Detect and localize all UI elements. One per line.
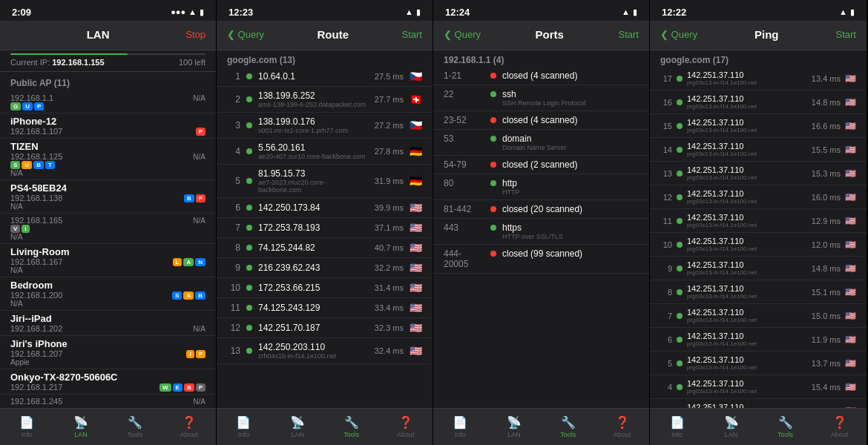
ping-row[interactable]: 7 142.251.37.110prg03x13-in-f14.1e100.ne… bbox=[650, 304, 867, 328]
about-icon: ❓ bbox=[182, 415, 197, 429]
tab-about[interactable]: ❓ About bbox=[378, 415, 433, 438]
nav-action-ping[interactable]: Start bbox=[836, 29, 856, 40]
tab-info[interactable]: 📄 Info bbox=[217, 415, 271, 438]
device-row[interactable]: Living-Room 192.168.1.167 LAN N/A bbox=[0, 244, 216, 277]
ping-row[interactable]: 11 142.251.37.110prg03x13-in-f14.1e100.n… bbox=[650, 209, 867, 233]
tab-about[interactable]: ❓ About bbox=[812, 415, 867, 438]
ping-row[interactable]: 8 142.251.37.110prg03x13-in-f14.1e100.ne… bbox=[650, 280, 867, 304]
nav-back-route[interactable]: ❮ Query bbox=[227, 29, 264, 40]
route-row[interactable]: 2 138.199.6.252 ams-138-199-6-252.datapa… bbox=[217, 87, 433, 113]
nav-action-lan[interactable]: Stop bbox=[185, 29, 206, 40]
tab-info[interactable]: 📄 Info bbox=[0, 415, 54, 438]
ping-row[interactable]: 17 142.251.37.110prg03x13-in-f14.1e100.n… bbox=[650, 67, 867, 90]
device-row[interactable]: 192.168.1.1N/A GUP bbox=[0, 91, 216, 113]
ping-row[interactable]: 15 142.251.37.110prg03x13-in-f14.1e100.n… bbox=[650, 114, 867, 138]
route-row[interactable]: 10 172.253.66.215 31.4 ms 🇺🇸 bbox=[217, 278, 433, 298]
device-row[interactable]: Onkyo-TX-8270-50606C 192.168.1.217 WEBP bbox=[0, 369, 216, 395]
panel-route: 12:23 ▲ ▮ ❮ Query Route Start google.com… bbox=[217, 0, 433, 445]
port-row[interactable]: 23-52 closed (4 scanned) bbox=[433, 111, 649, 130]
tab-lan[interactable]: 📡 LAN bbox=[704, 415, 758, 438]
device-row[interactable]: PS4-58EB24 192.168.1.138 BP N/A bbox=[0, 180, 216, 214]
route-row[interactable]: 9 216.239.62.243 32.2 ms 🇺🇸 bbox=[217, 258, 433, 278]
ping-row[interactable]: 3 142.251.37.110prg03x13-in-f14.1e100.ne… bbox=[650, 399, 867, 408]
device-ip: 192.168.1.207 bbox=[10, 349, 62, 358]
ping-num: 4 bbox=[660, 383, 672, 392]
signal-icon: ▲ bbox=[622, 7, 630, 16]
port-range: 22 bbox=[444, 89, 484, 99]
route-flag: 🇺🇸 bbox=[410, 202, 422, 214]
route-row[interactable]: 8 74.125.244.82 40.7 ms 🇺🇸 bbox=[217, 238, 433, 258]
route-row[interactable]: 6 142.250.173.84 39.9 ms 🇺🇸 bbox=[217, 198, 433, 218]
port-row[interactable]: 1-21 closed (4 scanned) bbox=[433, 67, 649, 85]
device-row[interactable]: 192.168.1.165N/A VI N/A bbox=[0, 214, 216, 244]
port-row[interactable]: 443 https HTTP over SSL/TLS bbox=[433, 219, 649, 245]
device-row[interactable]: 192.168.1.245N/A bbox=[0, 395, 216, 408]
ping-row[interactable]: 16 142.251.37.110prg03x13-in-f14.1e100.n… bbox=[650, 90, 867, 114]
status-time-route: 12:23 bbox=[228, 7, 253, 18]
device-row[interactable]: iPhone-12 192.168.1.107 P bbox=[0, 113, 216, 139]
route-info: 142.250.173.84 bbox=[258, 202, 369, 213]
tab-tools[interactable]: 🔧 Tools bbox=[542, 415, 596, 438]
port-row[interactable]: 80 http HTTP bbox=[433, 174, 649, 200]
route-time: 39.9 ms bbox=[375, 203, 404, 212]
nav-back-ping[interactable]: ❮ Query bbox=[660, 29, 697, 40]
port-range: 443 bbox=[444, 222, 484, 233]
route-row[interactable]: 3 138.199.0.176 v001.mr-tx1-core-1.prh77… bbox=[217, 113, 433, 139]
route-num: 2 bbox=[227, 94, 240, 105]
ping-flag: 🇺🇸 bbox=[845, 358, 856, 369]
ping-ip: 142.251.37.110prg03x13-in-f14.1e100.net bbox=[687, 260, 807, 276]
ping-num: 10 bbox=[660, 240, 672, 249]
ping-row[interactable]: 12 142.251.37.110prg03x13-in-f14.1e100.n… bbox=[650, 185, 867, 209]
tab-lan[interactable]: 📡 LAN bbox=[487, 415, 542, 438]
device-row[interactable]: Jiri--iPad 192.168.1.202N/A bbox=[0, 311, 216, 336]
device-row[interactable]: Jiri's iPhone 192.168.1.207 IP Apple bbox=[0, 336, 216, 369]
port-info: closed (4 scanned) bbox=[502, 70, 639, 81]
panel-ping: 12:22 ▲ ▮ ❮ Query Ping Start google.com … bbox=[650, 0, 867, 445]
route-row[interactable]: 12 142.251.70.187 32.3 ms 🇺🇸 bbox=[217, 318, 433, 338]
status-time-ping: 12:22 bbox=[662, 7, 686, 18]
tab-lan[interactable]: 📡 LAN bbox=[54, 415, 108, 438]
tab-about[interactable]: ❓ About bbox=[162, 415, 216, 438]
ping-row[interactable]: 5 142.251.37.110prg03x13-in-f14.1e100.ne… bbox=[650, 352, 867, 375]
port-row[interactable]: 444-20005 closed (99 scanned) bbox=[433, 245, 649, 274]
port-row[interactable]: 53 domain Domain Name Server bbox=[433, 130, 649, 156]
tab-about-label: About bbox=[180, 431, 198, 438]
ping-num: 16 bbox=[660, 98, 672, 107]
port-row[interactable]: 22 ssh SSH Remote Login Protocol bbox=[433, 85, 649, 111]
ping-dot bbox=[677, 76, 683, 82]
tab-info[interactable]: 📄 Info bbox=[433, 415, 487, 438]
ping-row[interactable]: 4 142.251.37.110prg03x13-in-f14.1e100.ne… bbox=[650, 375, 867, 399]
route-row[interactable]: 4 5.56.20.161 ae20-407.zur10.core-backbo… bbox=[217, 139, 433, 165]
nav-action-route[interactable]: Start bbox=[402, 29, 422, 40]
ping-row[interactable]: 13 142.251.37.110prg03x13-in-f14.1e100.n… bbox=[650, 162, 867, 185]
device-ip: 192.168.1.1 bbox=[10, 93, 53, 102]
route-row[interactable]: 7 172.253.78.193 37.1 ms 🇺🇸 bbox=[217, 218, 433, 238]
route-info: 142.250.203.110 zrh04x1b-in-f14.1e100.ne… bbox=[258, 342, 369, 360]
tab-tools[interactable]: 🔧 Tools bbox=[325, 415, 379, 438]
device-row[interactable]: Bedroom 192.168.1.200 SAB N/A bbox=[0, 277, 216, 311]
port-row[interactable]: 81-442 closed (20 scanned) bbox=[433, 200, 649, 219]
device-name: TIZEN bbox=[10, 141, 206, 152]
tab-tools[interactable]: 🔧 Tools bbox=[758, 415, 812, 438]
ping-row[interactable]: 9 142.251.37.110prg03x13-in-f14.1e100.ne… bbox=[650, 257, 867, 280]
tab-lan[interactable]: 📡 LAN bbox=[271, 415, 325, 438]
route-row[interactable]: 11 74.125.243.129 33.4 ms 🇺🇸 bbox=[217, 298, 433, 318]
route-info: 5.56.20.161 ae20-407.zur10.core-backbone… bbox=[258, 142, 369, 160]
device-row[interactable]: TIZEN 192.168.1.125N/A SUBT N/A bbox=[0, 139, 216, 180]
info-icon: 📄 bbox=[19, 415, 34, 429]
tab-about[interactable]: ❓ About bbox=[595, 415, 649, 438]
route-row[interactable]: 13 142.250.203.110 zrh04x1b-in-f14.1e100… bbox=[217, 338, 433, 364]
port-row[interactable]: 54-79 closed (2 scanned) bbox=[433, 156, 649, 174]
nav-back-ports[interactable]: ❮ Query bbox=[444, 29, 481, 40]
ping-row[interactable]: 10 142.251.37.110prg03x13-in-f14.1e100.n… bbox=[650, 233, 867, 257]
tab-tools[interactable]: 🔧 Tools bbox=[108, 415, 162, 438]
ping-dot bbox=[677, 266, 683, 271]
ping-row[interactable]: 6 142.251.37.110prg03x13-in-f14.1e100.ne… bbox=[650, 328, 867, 352]
ping-row[interactable]: 14 142.251.37.110prg03x13-in-f14.1e100.n… bbox=[650, 138, 867, 162]
tab-info[interactable]: 📄 Info bbox=[650, 415, 704, 438]
nav-action-ports[interactable]: Start bbox=[619, 29, 639, 40]
route-dot bbox=[246, 245, 252, 251]
route-row[interactable]: 5 81.95.15.73 ae7-2023.muc20.core-backbo… bbox=[217, 165, 433, 198]
route-row[interactable]: 1 10.64.0.1 27.5 ms 🇨🇿 bbox=[217, 67, 433, 87]
port-info: closed (2 scanned) bbox=[502, 159, 639, 170]
